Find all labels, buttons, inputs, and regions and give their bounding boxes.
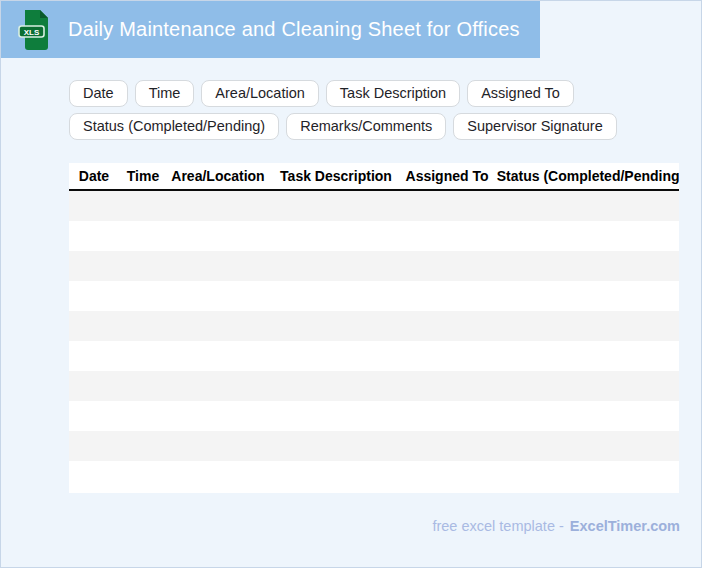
table-row [69, 461, 679, 491]
table-row [69, 341, 679, 371]
column-header-date: Date [69, 168, 119, 184]
chip-list: Date Time Area/Location Task Description… [69, 80, 649, 140]
chip-area-location[interactable]: Area/Location [201, 80, 318, 107]
chip-task-description[interactable]: Task Description [326, 80, 460, 107]
chip-date[interactable]: Date [69, 80, 128, 107]
table-row [69, 311, 679, 341]
xls-file-icon: XLS [18, 9, 52, 51]
column-header-task-description: Task Description [269, 168, 403, 184]
table-row [69, 251, 679, 281]
column-header-assigned-to: Assigned To [403, 168, 491, 184]
column-header-area-location: Area/Location [167, 168, 269, 184]
column-header-time: Time [119, 168, 167, 184]
table-row [69, 281, 679, 311]
chip-time[interactable]: Time [135, 80, 195, 107]
table-row [69, 191, 679, 221]
file-fold [40, 10, 48, 18]
table-row [69, 431, 679, 461]
chip-supervisor-signature[interactable]: Supervisor Signature [453, 113, 616, 140]
brand-link[interactable]: ExcelTimer.com [570, 518, 680, 534]
chip-assigned-to[interactable]: Assigned To [467, 80, 574, 107]
table-row [69, 371, 679, 401]
xls-badge-label: XLS [24, 27, 40, 36]
footer-credit: free excel template -ExcelTimer.com [432, 518, 680, 534]
template-preview-page: XLS Daily Maintenance and Cleaning Sheet… [0, 0, 702, 568]
column-header-status: Status (Completed/Pending) [491, 168, 679, 184]
footer-text: free excel template - [432, 518, 563, 534]
maintenance-table: Date Time Area/Location Task Description… [69, 163, 679, 493]
table-body [69, 191, 679, 491]
chip-status[interactable]: Status (Completed/Pending) [69, 113, 279, 140]
page-title: Daily Maintenance and Cleaning Sheet for… [68, 18, 520, 41]
table-row [69, 221, 679, 251]
table-header-row: Date Time Area/Location Task Description… [69, 163, 679, 191]
chip-remarks-comments[interactable]: Remarks/Comments [286, 113, 446, 140]
table-row [69, 401, 679, 431]
header-bar: XLS Daily Maintenance and Cleaning Sheet… [1, 1, 540, 58]
